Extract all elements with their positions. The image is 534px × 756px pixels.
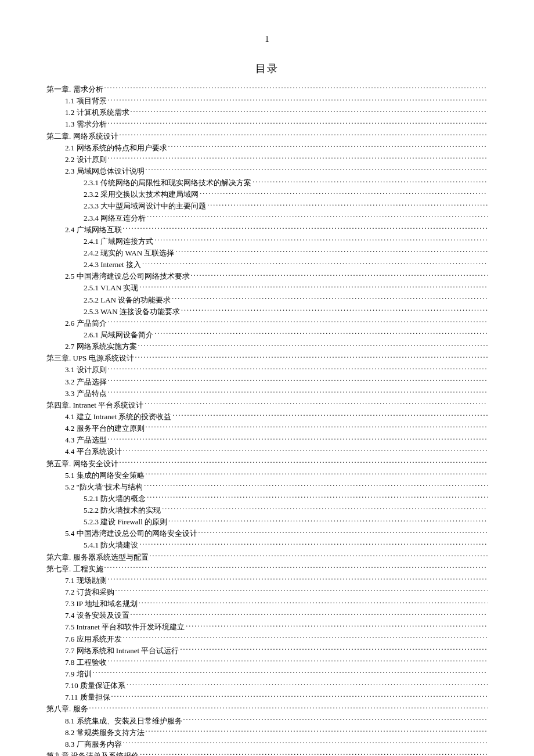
toc-entry-label: 2.6 产品简介 — [65, 318, 107, 329]
toc-leader-dots — [181, 307, 488, 314]
toc-entry: 1.2 计算机系统需求 — [46, 107, 488, 118]
toc-entry: 第一章. 需求分析 — [46, 84, 488, 95]
toc-entry-label: 2.5 中国港湾建设总公司网络技术要求 — [65, 271, 190, 282]
toc-entry-label: 7.6 应用系统开发 — [65, 633, 122, 645]
toc-entry-label: 5.2 "防火墙"技术与结构 — [65, 481, 143, 493]
toc-leader-dots — [138, 341, 488, 349]
toc-leader-dots — [104, 564, 488, 571]
toc-leader-dots — [135, 353, 488, 361]
toc-entry-label: 8.3 厂商服务内容 — [65, 739, 122, 750]
toc-leader-dots — [146, 423, 488, 431]
toc-entry: 2.5.2 LAN 设备的功能要求 — [46, 294, 488, 306]
toc-leader-dots — [183, 716, 488, 723]
toc-entry-label: 2.3.3 大中型局域网设计中的主要问题 — [84, 200, 206, 212]
toc-leader-dots — [120, 131, 488, 139]
toc-leader-dots — [146, 470, 488, 478]
toc-leader-dots — [123, 739, 488, 747]
toc-entry-label: 5.2.3 建设 Firewall 的原则 — [84, 516, 167, 528]
toc-entry: 第八章. 服务 — [46, 703, 488, 715]
toc-entry: 2.3.4 网络互连分析 — [46, 213, 488, 224]
toc-entry: 4.1 建立 Intranet 系统的投资收益 — [46, 411, 488, 423]
toc-entry-label: 1.2 计算机系统需求 — [65, 107, 129, 118]
toc-entry-label: 5.1 集成的网络安全策略 — [65, 470, 145, 481]
toc-entry: 7.2 订货和采购 — [46, 586, 488, 598]
toc-leader-dots — [108, 575, 488, 583]
toc-entry-label: 第九章 设备清单及系统报价 — [46, 750, 139, 756]
toc-leader-dots — [139, 599, 488, 606]
toc-entry-label: 2.4.2 现实的 WAN 互联选择 — [84, 247, 174, 259]
toc-entry-label: 8.1 系统集成、安装及日常维护服务 — [65, 715, 182, 727]
toc-entry: 2.7 网络系统实施方案 — [46, 341, 488, 352]
toc-leader-dots — [108, 154, 488, 162]
toc-entry-label: 7.9 培训 — [65, 668, 92, 680]
toc-leader-dots — [180, 646, 488, 653]
toc-leader-dots — [147, 494, 488, 501]
toc-entry: 2.4.1 广域网连接方式 — [46, 236, 488, 247]
toc-leader-dots — [147, 213, 488, 221]
toc-leader-dots — [150, 552, 488, 560]
toc-entry: 3.1 设计原则 — [46, 364, 488, 376]
toc-entry: 3.3 产品特点 — [46, 388, 488, 399]
toc-entry-label: 1.3 需求分析 — [65, 118, 107, 130]
toc-entry-label: 2.5.1 VLAN 实现 — [84, 282, 138, 294]
toc-leader-dots — [168, 143, 488, 150]
toc-entry: 第九章 设备清单及系统报价 — [46, 750, 488, 756]
toc-entry-label: 1.1 项目背景 — [65, 95, 107, 107]
toc-entry-label: 第七章. 工程实施 — [46, 563, 103, 575]
toc-entry: 7.3 IP 地址和域名规划 — [46, 598, 488, 610]
toc-entry: 第二章. 网络系统设计 — [46, 131, 488, 142]
toc-entry-label: 2.3 局域网总体设计说明 — [65, 165, 145, 177]
toc-entry-label: 7.1 现场勘测 — [65, 575, 107, 586]
toc-entry: 第三章. UPS 电源系统设计 — [46, 352, 488, 364]
toc-entry: 2.5.3 WAN 连接设备功能要求 — [46, 306, 488, 318]
toc-leader-dots — [154, 330, 488, 337]
toc-entry: 2.5 中国港湾建设总公司网络技术要求 — [46, 271, 488, 282]
toc-entry: 2.5.1 VLAN 实现 — [46, 282, 488, 294]
toc-leader-dots — [108, 377, 488, 384]
toc-entry: 1.3 需求分析 — [46, 118, 488, 130]
toc-leader-dots — [145, 400, 488, 408]
toc-entry-label: 2.4.1 广域网连接方式 — [84, 236, 153, 247]
toc-leader-dots — [89, 704, 488, 711]
toc-entry: 7.11 质量担保 — [46, 692, 488, 703]
toc-leader-dots — [172, 295, 488, 303]
toc-entry: 7.1 现场勘测 — [46, 575, 488, 586]
toc-entry: 4.2 服务平台的建立原则 — [46, 423, 488, 434]
toc-leader-dots — [104, 84, 488, 92]
toc-entry-label: 2.4.3 Internet 接入 — [84, 259, 141, 271]
toc-leader-dots — [146, 728, 488, 735]
toc-entry: 8.1 系统集成、安装及日常维护服务 — [46, 715, 488, 727]
toc-leader-dots — [131, 610, 488, 618]
toc-entry-label: 第一章. 需求分析 — [46, 84, 103, 95]
toc-entry-label: 3.2 产品选择 — [65, 376, 107, 388]
table-of-contents: 第一章. 需求分析1.1 项目背景1.2 计算机系统需求1.3 需求分析第二章.… — [46, 84, 488, 756]
toc-entry-label: 5.4.1 防火墙建设 — [84, 539, 138, 551]
toc-entry: 第七章. 工程实施 — [46, 563, 488, 575]
toc-leader-dots — [154, 236, 488, 244]
toc-entry-label: 2.2 设计原则 — [65, 154, 107, 165]
toc-entry: 7.8 工程验收 — [46, 657, 488, 668]
toc-leader-dots — [162, 505, 488, 513]
toc-entry-label: 第六章. 服务器系统选型与配置 — [46, 552, 149, 563]
toc-entry-label: 7.2 订货和采购 — [65, 586, 114, 598]
toc-entry-label: 8.2 常规类服务支持方法 — [65, 727, 145, 739]
toc-entry: 7.4 设备安装及设置 — [46, 610, 488, 621]
toc-leader-dots — [142, 260, 488, 267]
toc-leader-dots — [200, 189, 488, 197]
toc-entry-label: 2.3.2 采用交换以太技术构建局域网 — [84, 189, 199, 200]
toc-entry: 7.5 Intranet 平台和软件开发环境建立 — [46, 621, 488, 633]
toc-leader-dots — [191, 271, 488, 279]
toc-entry: 5.4.1 防火墙建设 — [46, 539, 488, 551]
toc-entry: 7.6 应用系统开发 — [46, 633, 488, 645]
toc-leader-dots — [123, 225, 488, 232]
toc-entry: 2.1 网络系统的特点和用户要求 — [46, 142, 488, 154]
toc-entry-label: 7.11 质量担保 — [65, 692, 110, 703]
toc-entry: 2.3.2 采用交换以太技术构建局域网 — [46, 189, 488, 200]
toc-entry: 第五章. 网络安全设计 — [46, 458, 488, 470]
toc-leader-dots — [146, 166, 488, 174]
toc-entry-label: 7.4 设备安装及设置 — [65, 610, 129, 621]
toc-leader-dots — [108, 365, 488, 372]
toc-leader-dots — [144, 482, 488, 489]
toc-entry-label: 第五章. 网络安全设计 — [46, 458, 118, 470]
toc-entry-label: 2.5.3 WAN 连接设备功能要求 — [84, 306, 180, 318]
